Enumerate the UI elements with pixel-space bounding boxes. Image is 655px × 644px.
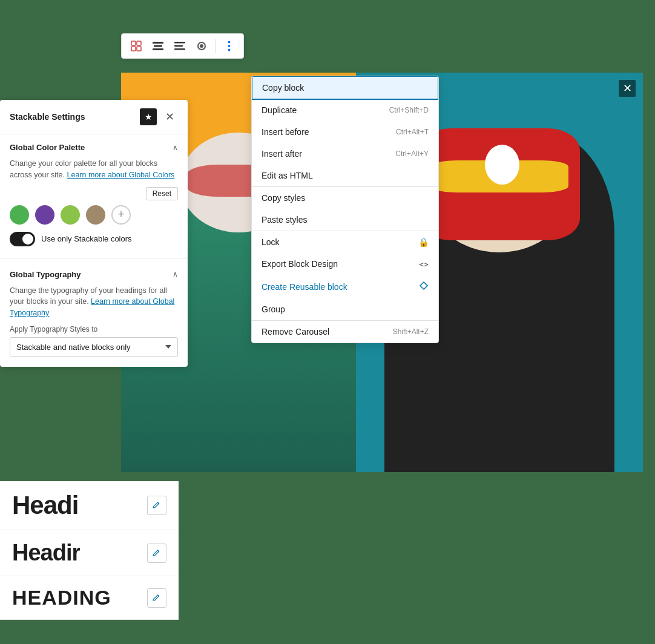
menu-item-copy-block[interactable]: Copy block: [251, 76, 439, 100]
color-learn-more-link[interactable]: Learn more about Global Colors: [67, 171, 175, 179]
color-chevron-icon: ∧: [173, 143, 178, 152]
panel-close-button[interactable]: ✕: [162, 109, 178, 125]
create-reusable-label: Create Reusable block: [262, 282, 347, 292]
reusable-icon: [419, 281, 429, 292]
menu-item-duplicate[interactable]: Duplicate Ctrl+Shift+D: [252, 99, 438, 121]
heading-item-h3: HEADING: [0, 576, 179, 620]
typography-description: Change the typography of your headings f…: [10, 285, 178, 319]
svg-rect-8: [174, 45, 183, 47]
svg-rect-6: [153, 48, 163, 50]
h1-edit-button[interactable]: [147, 496, 166, 515]
align-center-icon: [153, 42, 163, 50]
menu-item-insert-after[interactable]: Insert after Ctrl+Alt+Y: [252, 143, 438, 165]
svg-rect-3: [137, 47, 141, 51]
close-panel-icon: ✕: [165, 111, 174, 123]
vertical-dots-icon: [228, 41, 231, 51]
color-swatch-tan[interactable]: [86, 205, 105, 225]
toolbar-more-btn[interactable]: [192, 36, 211, 56]
remove-carousel-label: Remove Carousel: [262, 327, 329, 337]
h1-text: Headi: [12, 491, 78, 520]
block-icon: [131, 41, 142, 51]
h3-edit-button[interactable]: [147, 588, 166, 608]
toggle-icon: [196, 41, 207, 51]
pencil-icon-h3: [153, 594, 161, 602]
menu-item-create-reusable[interactable]: Create Reusable block: [252, 275, 438, 298]
insert-after-label: Insert after: [262, 149, 302, 159]
svg-rect-9: [174, 48, 185, 50]
panel-title: Stackable Settings: [10, 112, 85, 122]
reset-label: Reset: [153, 189, 171, 198]
stackable-colors-toggle[interactable]: [10, 232, 35, 246]
typography-style-select[interactable]: Stackable and native blocks only Stackab…: [10, 337, 178, 357]
typography-chevron-icon: ∧: [173, 270, 178, 278]
heading-item-h2: Headir: [0, 530, 179, 576]
menu-item-lock[interactable]: Lock 🔒: [252, 231, 438, 253]
toolbar-align-btn[interactable]: [148, 36, 168, 56]
svg-rect-0: [131, 41, 136, 45]
toolbar-dots-btn[interactable]: [219, 36, 239, 56]
menu-item-insert-before[interactable]: Insert before Ctrl+Alt+T: [252, 121, 438, 143]
color-swatch-green[interactable]: [10, 205, 29, 225]
close-icon: ✕: [623, 82, 632, 95]
copy-styles-label: Copy styles: [262, 193, 305, 203]
duplicate-shortcut: Ctrl+Shift+D: [389, 106, 429, 114]
image-close-btn[interactable]: ✕: [619, 80, 636, 97]
star-button[interactable]: ★: [140, 108, 157, 125]
text-align-icon: [174, 42, 185, 50]
insert-before-label: Insert before: [262, 127, 309, 137]
duplicate-label: Duplicate: [262, 105, 297, 115]
svg-rect-4: [153, 42, 163, 44]
color-palette: +: [10, 205, 178, 225]
edit-html-label: Edit as HTML: [262, 171, 313, 180]
heading-items-panel: Headi Headir HEADING: [0, 481, 179, 620]
h3-text: HEADING: [12, 586, 111, 610]
apply-label: Apply Typography Styles to: [10, 325, 178, 334]
svg-point-12: [200, 44, 203, 48]
toggle-row: Use only Stackable colors: [10, 232, 178, 246]
reset-color-button[interactable]: Reset: [146, 187, 178, 200]
panel-header: Stackable Settings ★ ✕: [0, 100, 188, 134]
star-icon: ★: [145, 112, 153, 122]
add-color-button[interactable]: +: [111, 205, 131, 225]
menu-item-copy-styles[interactable]: Copy styles: [252, 187, 438, 209]
section-divider: [0, 258, 188, 259]
color-description: Change your color palette for all your b…: [10, 158, 178, 181]
menu-item-paste-styles[interactable]: Paste styles: [252, 209, 438, 231]
toggle-label: Use only Stackable colors: [41, 234, 132, 243]
svg-point-14: [228, 45, 230, 47]
pencil-icon-h1: [153, 501, 161, 510]
settings-panel: Stackable Settings ★ ✕ Global Color Pale…: [0, 100, 188, 367]
pencil-icon-h2: [153, 549, 161, 557]
color-section-header: Global Color Palette ∧: [0, 134, 188, 158]
heading-item-h1: Headi: [0, 481, 179, 530]
h2-text: Headir: [12, 540, 80, 566]
block-toolbar: [121, 33, 244, 59]
panel-header-actions: ★ ✕: [140, 108, 178, 125]
toolbar-divider: [215, 39, 216, 53]
toolbar-block-icon-btn[interactable]: [127, 36, 146, 56]
flower: [485, 145, 519, 185]
menu-item-export-block[interactable]: Export Block Design <>: [252, 253, 438, 275]
insert-after-shortcut: Ctrl+Alt+Y: [395, 150, 429, 158]
paste-styles-label: Paste styles: [262, 215, 307, 225]
context-menu: Copy block Duplicate Ctrl+Shift+D Insert…: [251, 76, 439, 343]
h2-edit-button[interactable]: [147, 544, 166, 563]
remove-carousel-shortcut: Shift+Alt+Z: [393, 327, 429, 336]
copy-block-label: Copy block: [262, 83, 304, 93]
color-section-title: Global Color Palette: [10, 143, 85, 152]
svg-rect-2: [131, 47, 136, 51]
menu-item-remove-carousel[interactable]: Remove Carousel Shift+Alt+Z: [252, 321, 438, 343]
svg-rect-7: [174, 42, 185, 44]
typography-section-title: Global Typography: [10, 270, 81, 279]
lock-label: Lock: [262, 237, 280, 247]
menu-item-group[interactable]: Group: [252, 298, 438, 320]
insert-before-shortcut: Ctrl+Alt+T: [396, 128, 429, 136]
menu-item-edit-html[interactable]: Edit as HTML: [252, 165, 438, 186]
group-label: Group: [262, 304, 285, 314]
lock-icon: 🔒: [418, 237, 429, 247]
svg-point-15: [228, 49, 230, 51]
toolbar-text-btn[interactable]: [170, 36, 189, 56]
color-swatch-purple[interactable]: [35, 205, 54, 225]
color-swatch-lime[interactable]: [61, 205, 80, 225]
svg-rect-5: [154, 45, 162, 47]
